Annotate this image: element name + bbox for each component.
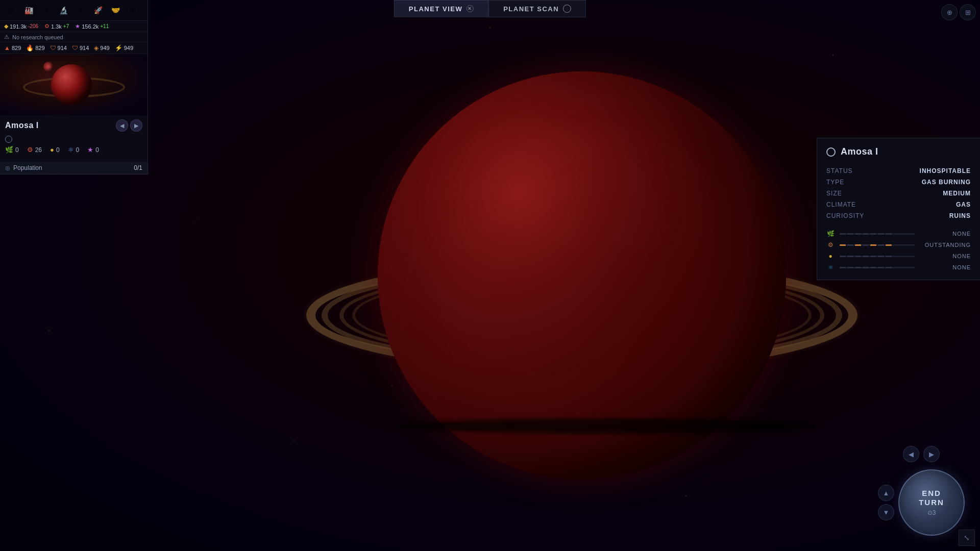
science-bar-track [840,267,915,268]
compass-button[interactable]: ⊕ [941,4,958,20]
planet-next-button[interactable]: ▶ [130,119,142,132]
espionage-icon[interactable]: 👁 [126,3,140,17]
diplomacy-icon[interactable]: 🤝 [108,3,122,17]
research-row[interactable]: ⚠ No research queued [0,32,148,42]
science-yield-value: 0 [76,146,80,154]
science-icon[interactable]: ⚗ [39,3,53,17]
attack-stat-1: ▲ 829 [4,44,21,52]
system-row [5,136,142,143]
planet-name: Amosa I [5,121,39,130]
science-delta: +11 [100,23,109,29]
research-status: No research queued [12,34,63,40]
scroll-up-button[interactable]: ▲ [878,485,894,501]
industry-yield: ⚙ 26 [27,146,42,154]
zoom-button[interactable]: ⊞ [960,4,976,20]
size-key: SIZE [826,190,842,197]
science-bar-icon: ⚛ [826,263,835,271]
nav-buttons-row: ◀ ▶ [903,446,940,462]
system-orbit-icon [5,136,12,143]
status-row: STATUS INHOSPITABLE [826,165,971,177]
money-value: 0 [56,146,60,154]
money-yield: ● 0 [50,146,60,154]
planet-preview-image [0,54,148,115]
scroll-left-button[interactable]: ◀ [903,446,919,462]
tab-planet-view[interactable]: PLANET VIEW ✕ [394,0,488,17]
food-icon: 🌿 [5,146,13,154]
ring-shadow [398,418,817,434]
attack-down-icon: 🔥 [26,44,34,52]
influence-yield: ★ 0 [87,146,99,154]
vertical-nav: ▲ ▼ [878,485,894,520]
dust-value: 191.3k [10,23,27,30]
end-turn-counter: ⊙3 [927,509,936,516]
science-yield: ⚛ 0 [68,146,80,154]
curiosity-key: CURIOSITY [826,212,864,219]
climate-value: GAS [956,201,971,208]
planet-info-panel: Amosa I ◀ ▶ 🌿 0 ⚙ 26 ● 0 [0,115,148,162]
money-bar-row: ● NONE [826,252,971,260]
defense-stat-2: 🛡 914 [72,44,89,52]
industry-delta: +7 [63,23,69,29]
population-value: 0/1 [134,164,142,171]
science-dashes [840,267,915,268]
money-bar-icon: ● [826,252,835,260]
type-row: TYPE GAS BURNING [826,177,971,188]
top-tabs: PLANET VIEW ✕ PLANET SCAN [394,0,586,17]
compass-area: ⊕ ⊞ [937,0,980,24]
move-icon: ◈ [94,44,99,52]
planet-nav-arrows: ◀ ▶ [116,119,142,132]
detail-planet-name: Amosa I [841,146,878,157]
lightning-icon: ⚡ [115,44,122,52]
tab-planet-view-close[interactable]: ✕ [467,5,474,12]
type-value: GAS BURNING [922,179,971,186]
attack-1-value: 829 [12,45,21,51]
industry-icon-res: ⚙ [44,23,50,30]
end-turn-row: ▲ ▼ END TURN ⊙3 [878,469,965,536]
planet-prev-button[interactable]: ◀ [116,119,128,132]
attack-up-icon: ▲ [4,44,10,52]
preview-moon [43,62,54,72]
food-bar-icon: 🌿 [826,230,835,238]
resource-row: ◆ 191.3k -206 ⚙ 1.3k +7 ★ 156.2k +11 [0,21,148,32]
top-left-panel: 🏛 🏭 ⚗ 🔬 ⚔ 🚀 🤝 👁 ◆ 191.3k -206 ⚙ 1.3k +7 … [0,0,148,174]
end-turn-text-line2: TURN [919,498,944,507]
tab-planet-scan[interactable]: PLANET SCAN [488,0,586,17]
science-icon-res: ★ [75,23,80,30]
end-turn-button[interactable]: END TURN ⊙3 [898,469,965,536]
industry-yield-icon: ⚙ [27,146,33,154]
fleet-icon[interactable]: 🚀 [91,3,105,17]
science-bar-label: NONE [920,264,971,270]
curiosity-value: RUINS [949,212,971,219]
research-icon[interactable]: 🔬 [56,3,70,17]
preview-planet [51,64,92,105]
move-stat: ◈ 949 [94,44,109,52]
food-bar-label: NONE [920,231,971,237]
population-label: Population [13,164,42,171]
industry-icon[interactable]: 🏭 [21,3,36,17]
attack-2-value: 829 [35,45,44,51]
type-key: TYPE [826,179,844,186]
detail-stats-table: STATUS INHOSPITABLE TYPE GAS BURNING SIZ… [826,165,971,221]
industry-bar-label: OUTSTANDING [920,242,971,248]
science-yield-icon: ⚛ [68,146,74,154]
scroll-down-button[interactable]: ▼ [878,504,894,520]
dust-resource: ◆ 191.3k -206 [4,23,38,30]
tab-planet-scan-label: PLANET SCAN [503,5,559,13]
science-bar-row: ⚛ NONE [826,263,971,271]
planet-name-row: Amosa I ◀ ▶ [5,119,142,132]
climate-key: CLIMATE [826,201,856,208]
money-icon: ● [50,146,54,154]
defense-1-value: 914 [58,45,67,51]
planet-scan-icon [563,5,571,13]
tab-planet-view-label: PLANET VIEW [409,5,462,13]
dust-delta: -206 [28,23,38,29]
scroll-right-button[interactable]: ▶ [923,446,940,462]
industry-bar-row: ⚙ OUTSTANDING [826,241,971,249]
settings-corner-button[interactable]: ⤡ [959,530,975,546]
colony-icon[interactable]: 🏛 [4,3,18,17]
research-warning-icon: ⚠ [4,34,9,40]
science-value: 156.2k [82,23,99,30]
industry-dashes [840,244,915,246]
military-icon[interactable]: ⚔ [74,3,88,17]
size-value: MEDIUM [943,190,971,197]
